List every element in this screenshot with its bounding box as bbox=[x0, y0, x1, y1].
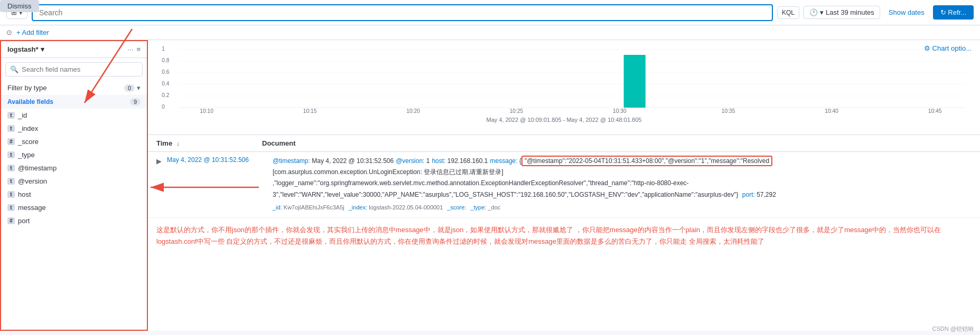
list-icon[interactable]: ≡ bbox=[136, 45, 141, 53]
search-fields-input[interactable] bbox=[22, 65, 138, 73]
field-type-badge: t bbox=[7, 165, 15, 171]
search-icon: 🔍 bbox=[10, 65, 18, 73]
result-doc: @timestamp: May 4, 2022 @ 10:31:52.506 @… bbox=[273, 156, 972, 213]
sidebar: logstash* ▾ ··· ≡ 🔍 Filter by type 0 ▾ A… bbox=[0, 40, 148, 331]
chart-area: ⚙ Chart optio... 1 0.8 0.6 0.4 0.2 0 10:… bbox=[148, 40, 980, 135]
field-type-badge: t bbox=[7, 125, 15, 132]
commentary: 这是默认的方式，你不用json的那个插件，你就会发现，其实我们上传的消息中mes… bbox=[148, 218, 980, 254]
chevron-down-icon: ▾ bbox=[41, 45, 44, 53]
list-item[interactable]: t@timestamp bbox=[1, 161, 147, 175]
list-item[interactable]: #_score bbox=[1, 135, 147, 148]
field-name: _type bbox=[18, 151, 35, 159]
field-name: _index bbox=[18, 125, 38, 132]
svg-text:10:30: 10:30 bbox=[613, 108, 627, 113]
list-item[interactable]: #port bbox=[1, 214, 147, 227]
list-item[interactable]: tmessage bbox=[1, 201, 147, 214]
field-count-badge: 9 bbox=[130, 98, 141, 106]
add-filter-button[interactable]: + Add filter bbox=[16, 28, 49, 36]
svg-text:10:15: 10:15 bbox=[303, 108, 317, 113]
field-type-badge: t bbox=[7, 112, 15, 119]
clock-icon: 🕐 bbox=[809, 8, 818, 16]
svg-text:10:10: 10:10 bbox=[200, 108, 213, 113]
csdn-footer: CSDN @铠铠响 bbox=[932, 325, 974, 331]
expand-icon[interactable]: ▶ bbox=[156, 157, 165, 165]
field-name: @version bbox=[18, 177, 47, 185]
field-name: _id bbox=[18, 111, 27, 119]
field-name: message bbox=[18, 204, 46, 212]
field-list: t_idt_index#_scoret_typet@timestampt@ver… bbox=[1, 109, 147, 330]
sidebar-icons: ··· ≡ bbox=[128, 45, 141, 53]
field-name: @timestamp bbox=[18, 164, 57, 172]
svg-text:1: 1 bbox=[162, 46, 165, 52]
filter-bar: ⊙ + Add filter bbox=[0, 25, 980, 40]
list-item[interactable]: t_id bbox=[1, 109, 147, 122]
index-pattern-label: logstash* bbox=[7, 45, 39, 53]
sidebar-header: logstash* ▾ ··· ≡ bbox=[1, 41, 147, 58]
svg-text:10:20: 10:20 bbox=[406, 108, 420, 113]
field-type-badge: t bbox=[7, 191, 15, 198]
field-type-badge: t bbox=[7, 178, 15, 185]
svg-text:0.6: 0.6 bbox=[162, 69, 170, 75]
toolbar: ⊞ ▾ KQL 🕐 ▾ Last 39 minutes Show dates ↻… bbox=[0, 0, 980, 25]
result-time: May 4, 2022 @ 10:31:52.506 bbox=[167, 156, 273, 164]
svg-text:10:40: 10:40 bbox=[825, 108, 838, 113]
list-item[interactable]: t_index bbox=[1, 122, 147, 135]
right-panel: ⚙ Chart optio... 1 0.8 0.6 0.4 0.2 0 10:… bbox=[148, 40, 980, 331]
results-header: Time ↓ Document bbox=[148, 135, 980, 152]
svg-text:10:35: 10:35 bbox=[722, 108, 735, 113]
kql-toggle[interactable]: KQL bbox=[777, 6, 799, 19]
time-label: Last 39 minutes bbox=[826, 8, 874, 16]
available-fields-label: Available fields bbox=[7, 98, 53, 106]
chart-timestamp: May 4, 2022 @ 10:09:01.805 - May 4, 2022… bbox=[156, 114, 972, 125]
menu-icon[interactable]: ··· bbox=[128, 45, 134, 53]
dismiss-button[interactable]: Dismiss bbox=[0, 0, 39, 12]
main-content: logstash* ▾ ··· ≡ 🔍 Filter by type 0 ▾ A… bbox=[0, 40, 980, 331]
chart-options-button[interactable]: ⚙ Chart optio... bbox=[924, 44, 972, 52]
field-name: host bbox=[18, 190, 31, 198]
results-area: Time ↓ Document ▶ May 4, 2022 @ 10:31:52… bbox=[148, 135, 980, 331]
show-dates-button[interactable]: Show dates bbox=[884, 6, 929, 18]
search-fields-container: 🔍 bbox=[5, 62, 143, 76]
filter-count-badge: 0 bbox=[124, 84, 135, 92]
svg-text:0.2: 0.2 bbox=[162, 92, 170, 98]
time-selector[interactable]: 🕐 ▾ Last 39 minutes bbox=[804, 6, 880, 19]
filter-type-row[interactable]: Filter by type 0 ▾ bbox=[1, 81, 147, 95]
sort-icon[interactable]: ↓ bbox=[176, 139, 180, 147]
chart-svg: 1 0.8 0.6 0.4 0.2 0 10:10 10:15 10:20 10… bbox=[156, 44, 972, 113]
col-doc-header: Document bbox=[262, 139, 972, 147]
chart-bar bbox=[624, 55, 646, 108]
chevron-down-icon: ▾ bbox=[137, 84, 141, 92]
result-row-main[interactable]: ▶ May 4, 2022 @ 10:31:52.506 @timestamp:… bbox=[148, 152, 980, 217]
field-type-badge: t bbox=[7, 151, 15, 158]
svg-text:0: 0 bbox=[162, 104, 165, 110]
svg-text:10:45: 10:45 bbox=[928, 108, 942, 113]
filter-icon: ⊙ bbox=[6, 28, 12, 36]
index-pattern-selector[interactable]: logstash* ▾ bbox=[7, 45, 44, 53]
col-time-header: Time ↓ bbox=[156, 139, 262, 147]
svg-text:0.4: 0.4 bbox=[162, 81, 170, 87]
field-type-badge: t bbox=[7, 204, 15, 211]
field-type-badge: # bbox=[7, 138, 15, 145]
list-item[interactable]: t_type bbox=[1, 148, 147, 161]
svg-text:0.8: 0.8 bbox=[162, 58, 170, 63]
refresh-button[interactable]: ↻ Refr... bbox=[933, 5, 974, 20]
field-type-badge: # bbox=[7, 217, 15, 224]
filter-type-label: Filter by type bbox=[7, 84, 46, 92]
field-name: port bbox=[18, 217, 30, 225]
field-name: _score bbox=[18, 138, 39, 146]
search-input[interactable] bbox=[32, 4, 773, 21]
list-item[interactable]: t@version bbox=[1, 175, 147, 188]
available-fields-header: Available fields 9 bbox=[1, 95, 147, 109]
svg-text:10:25: 10:25 bbox=[510, 108, 524, 113]
list-item[interactable]: thost bbox=[1, 188, 147, 201]
table-row: ▶ May 4, 2022 @ 10:31:52.506 @timestamp:… bbox=[148, 152, 980, 218]
chevron-down-icon: ▾ bbox=[820, 8, 824, 16]
toolbar-right: KQL 🕐 ▾ Last 39 minutes Show dates ↻ Ref… bbox=[777, 5, 974, 20]
